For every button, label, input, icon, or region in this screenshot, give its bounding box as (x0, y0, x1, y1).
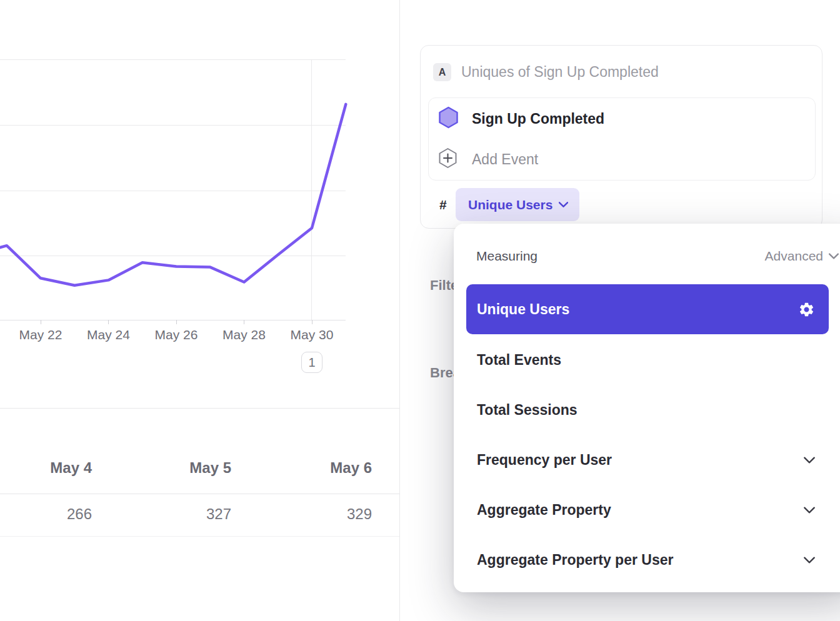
menu-item-label: Aggregate Property per User (477, 552, 804, 569)
chevron-down-icon (804, 457, 815, 464)
menu-item-total-events[interactable]: Total Events (466, 335, 829, 385)
menu-item-label: Total Sessions (477, 402, 815, 419)
table-row-border (0, 536, 399, 537)
table-value-may4: 266 (0, 504, 92, 524)
menu-item-aggregate-property[interactable]: Aggregate Property (466, 485, 829, 535)
chart-table-divider (0, 408, 399, 409)
table-value-may6: 329 (234, 504, 372, 524)
series-card: A Uniques of Sign Up Completed Sign Up C… (420, 45, 822, 229)
advanced-label: Advanced (765, 249, 823, 264)
measurement-value: Unique Users (468, 197, 552, 212)
hexagon-event-icon (438, 106, 459, 131)
measuring-dropdown-menu: Measuring Advanced Unique Users Total Ev… (454, 224, 840, 592)
menu-item-total-sessions[interactable]: Total Sessions (466, 385, 829, 435)
add-event-button[interactable]: Add Event (429, 139, 815, 179)
table-header-may5[interactable]: May 5 (94, 458, 231, 478)
event-card: Sign Up Completed Add Event (428, 97, 816, 181)
table-header-border (0, 494, 399, 494)
menu-item-label: Total Events (477, 352, 815, 369)
menu-header: Measuring Advanced (476, 247, 839, 265)
table-value-may5: 327 (94, 504, 231, 524)
add-event-label: Add Event (472, 151, 538, 168)
event-row[interactable]: Sign Up Completed (429, 98, 815, 139)
chevron-down-icon (804, 507, 815, 514)
menu-item-aggregate-property-per-user[interactable]: Aggregate Property per User (466, 535, 829, 585)
menu-item-label: Frequency per User (477, 452, 804, 469)
chevron-down-icon (829, 253, 839, 259)
advanced-mode-toggle[interactable]: Advanced (765, 247, 839, 265)
menu-item-frequency-per-user[interactable]: Frequency per User (466, 435, 829, 485)
chart-panel: May 22May 24May 26May 28May 30 1 May 4 M… (0, 0, 399, 621)
chevron-down-icon (559, 202, 568, 207)
series-letter-badge: A (433, 63, 451, 81)
table-header-row: May 4 May 5 May 6 (0, 458, 399, 478)
event-name: Sign Up Completed (472, 111, 604, 127)
chart-line (0, 104, 346, 286)
add-event-hexagon-plus-icon (438, 147, 458, 171)
gear-icon[interactable] (798, 301, 815, 318)
table-header-may6[interactable]: May 6 (234, 458, 372, 478)
series-title: Uniques of Sign Up Completed (461, 63, 659, 81)
measurement-dropdown-button[interactable]: Unique Users (456, 188, 579, 221)
table-header-may4[interactable]: May 4 (0, 458, 92, 478)
chevron-down-icon (804, 557, 815, 564)
menu-item-label: Unique Users (477, 301, 798, 318)
menu-item-label: Aggregate Property (477, 502, 804, 519)
table-row: 266 327 329 (0, 504, 399, 524)
menu-item-unique-users[interactable]: Unique Users (466, 284, 829, 334)
analytics-insights-app: May 22May 24May 26May 28May 30 1 May 4 M… (0, 0, 840, 621)
measurement-hash-prefix: # (439, 188, 457, 221)
measuring-label: Measuring (476, 247, 538, 265)
query-builder-panel: A Uniques of Sign Up Completed Sign Up C… (400, 0, 840, 621)
chart-page-indicator[interactable]: 1 (301, 352, 322, 373)
line-chart (0, 0, 399, 350)
